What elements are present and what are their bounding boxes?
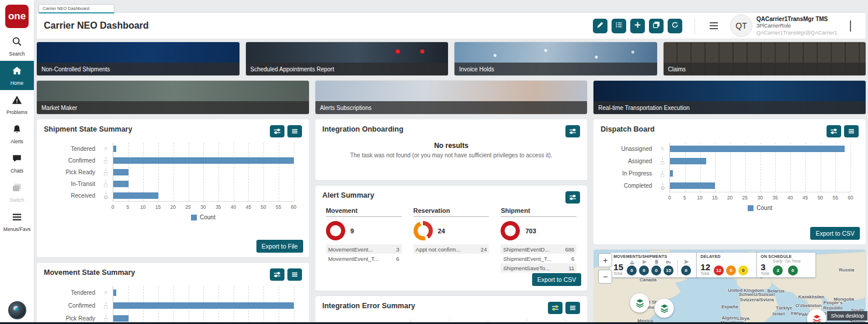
sliders-icon[interactable] [565, 191, 580, 204]
tab-strip: Carrier NEO Dashboard [34, 0, 868, 13]
workspace-tab[interactable]: Carrier NEO Dashboard [39, 4, 114, 13]
dashboard-tiles-row2: Market Maker Alerts Subscriptions Real-t… [37, 81, 866, 114]
list-button[interactable] [612, 19, 626, 33]
bar-confirmed[interactable] [113, 157, 294, 164]
bar-pick-ready[interactable] [113, 169, 129, 175]
tile-scheduled-appointments-report[interactable]: Scheduled Appointments Report [246, 42, 449, 75]
gridline [294, 143, 294, 201]
chevron-down-icon [850, 20, 851, 31]
reservation-donut-chart[interactable] [414, 221, 433, 240]
sliders-icon[interactable] [270, 268, 284, 281]
shipment-donut-chart[interactable] [501, 221, 520, 240]
export-to-csv-button[interactable]: Export to CSV [532, 273, 582, 286]
truck-count[interactable]: 15 [664, 266, 673, 275]
tile-alerts-subscriptions[interactable]: Alerts Subscriptions [315, 81, 588, 114]
bar-assigned[interactable] [670, 158, 706, 164]
axis-tick-label: 45 [246, 204, 251, 210]
tile-label: Real-time Transportation Execution [593, 101, 866, 114]
sliders-icon[interactable] [827, 125, 841, 137]
delayed-red-count[interactable]: 12 [714, 266, 724, 275]
tile-market-maker[interactable]: Market Maker [37, 81, 309, 114]
alert-row[interactable]: MovementEvent_T...6 [326, 254, 402, 263]
panel-menu-icon[interactable] [565, 302, 580, 314]
map-marker-green-cluster[interactable] [655, 299, 674, 318]
map-zoom-in-button[interactable]: + [598, 253, 612, 267]
tile-realtime-transportation-execution[interactable]: Real-time Transportation Execution [593, 81, 866, 114]
bar-received[interactable] [113, 192, 158, 199]
map-label: Türkiye [776, 305, 792, 311]
alert-group-title: Shipment [501, 207, 577, 217]
copy-button[interactable] [649, 19, 664, 33]
card-divider [677, 260, 678, 275]
tile-claims[interactable]: Claims [664, 42, 866, 75]
map-marker-green-cluster[interactable] [630, 294, 650, 313]
map[interactable]: CanadaSverigeRussiaUnited KingdomBelarus… [593, 250, 866, 324]
page-header: Carrier NEO Dashboard QT QACarrier1Trans… [37, 13, 866, 39]
alert-row[interactable]: MovementEvent...3 [326, 244, 402, 254]
panel-menu-icon[interactable] [287, 125, 302, 137]
panel-menu-icon[interactable] [287, 268, 302, 281]
sidebar-item-problems[interactable]: Problems [0, 90, 34, 119]
send-count[interactable]: 0 [681, 266, 691, 275]
early-count[interactable]: 3 [773, 266, 783, 275]
bar-confirmed[interactable] [113, 302, 294, 309]
sidebar-item-switch: Switch [0, 178, 34, 207]
alert-row[interactable]: Appt not confirm...24 [414, 244, 489, 254]
hamburger-icon[interactable] [707, 20, 720, 32]
sidebar-item-alerts[interactable]: Alerts [0, 119, 34, 149]
tile-non-controlled-shipments[interactable]: Non-Controlled Shipments [37, 42, 239, 75]
sidebar-item-home[interactable]: Home [0, 61, 34, 90]
movements-shipments-card[interactable]: MOVEMENTS/SHIPMENTS 15Total 0 0 0 15 0 [609, 252, 698, 278]
sliders-icon[interactable] [548, 302, 563, 314]
sliders-icon[interactable] [565, 125, 580, 137]
delayed-yellow-count[interactable]: 0 [738, 266, 748, 275]
bar-pick-ready[interactable] [113, 315, 129, 322]
alert-row[interactable]: ShipmentEventD...686 [501, 244, 577, 254]
on-time-count[interactable]: 0 [788, 266, 798, 275]
chart-category-label: Confirmed [44, 302, 99, 309]
sidebar-item-chats[interactable]: Chats [0, 149, 34, 178]
user-menu-dropdown[interactable] [842, 18, 859, 34]
ship-count[interactable]: 0 [627, 266, 637, 275]
one-logo[interactable]: one [5, 5, 29, 28]
sliders-icon[interactable] [270, 125, 284, 137]
movement-donut-chart[interactable] [326, 221, 345, 240]
alert-row[interactable]: ShipmentSaveTo...11 [501, 263, 577, 273]
on-schedule-card[interactable]: ON SCHEDULE 3Total Early3 On Time0 [756, 252, 816, 278]
send-icon [683, 259, 689, 265]
bar-tendered[interactable] [113, 289, 116, 296]
plane-count[interactable]: 0 [639, 266, 649, 275]
bar-tendered[interactable] [113, 146, 116, 152]
pencil-icon [596, 20, 604, 31]
ship-icon [629, 259, 635, 265]
sidebar-item-menus-favs[interactable]: Menus/Favs [0, 207, 34, 236]
movement-state-summary-panel: Movement State Summary Tendered○Confirme… [37, 263, 309, 324]
alert-row-label: ShipmentEventD... [503, 246, 549, 253]
rail-count[interactable]: 0 [651, 266, 661, 275]
map-zoom-out-button[interactable]: − [598, 270, 612, 284]
alert-row[interactable]: ShipmentEvent_T...6 [501, 254, 577, 263]
bar-unassigned[interactable] [670, 146, 844, 152]
axis-tick-label: 40 [231, 204, 236, 210]
refresh-button[interactable] [668, 19, 682, 33]
export-to-csv-button[interactable]: Export to CSV [810, 227, 860, 240]
support-headset-icon[interactable] [8, 301, 26, 319]
export-to-file-button[interactable]: Export to File [256, 240, 303, 253]
user-avatar[interactable]: QT [730, 15, 752, 37]
show-desktop-tooltip[interactable]: Show desktop [827, 311, 867, 320]
delayed-orange-count[interactable]: 0 [726, 266, 736, 275]
delayed-card[interactable]: DELAYED 12Total 12 0 0 [696, 252, 758, 278]
bar-in-progress[interactable] [670, 170, 673, 177]
sidebar-item-search[interactable]: Search [0, 32, 34, 61]
dispatch-board-chart: Unassigned○Assigned↓□In Progress↓□Comple… [600, 143, 859, 211]
x-axis: 051015202530354045505560 [113, 202, 294, 211]
panel-menu-icon[interactable] [844, 125, 859, 137]
bar-in-transit[interactable] [113, 181, 129, 187]
axis-tick-label: 35 [772, 195, 777, 201]
gridline [294, 286, 294, 324]
tile-invoice-holds[interactable]: Invoice Holds [454, 42, 657, 75]
add-button[interactable] [630, 19, 645, 33]
chart-category-label: Unassigned [600, 146, 655, 152]
bar-completed[interactable] [670, 182, 715, 189]
edit-button[interactable] [593, 19, 607, 33]
